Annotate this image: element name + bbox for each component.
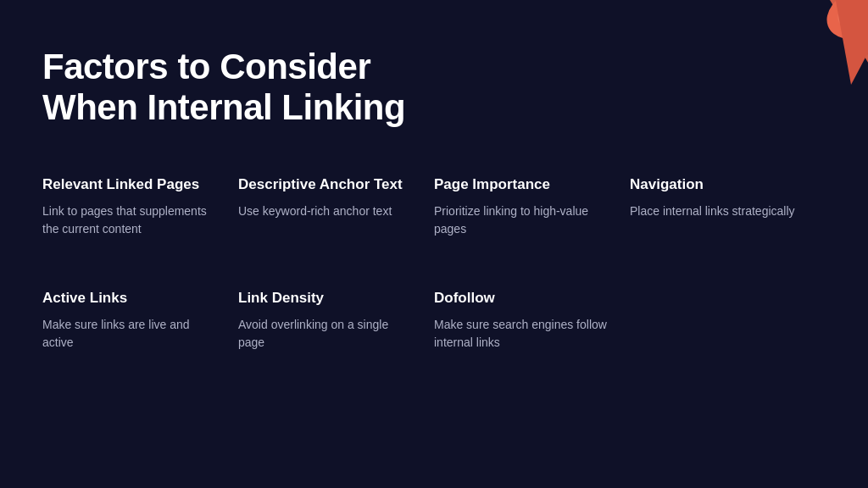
title-line1: Factors to Consider [42,47,370,86]
svg-marker-1 [830,0,868,76]
factor-title-navigation: Navigation [630,175,826,194]
factor-description-navigation: Place internal links strategically [630,202,826,220]
factor-description-relevant-linked-pages: Link to pages that supplements the curre… [42,202,221,238]
factors-row-1: Relevant Linked PagesLink to pages that … [42,163,826,251]
factors-layout: Relevant Linked PagesLink to pages that … [42,163,826,364]
page-container: Factors to Consider When Internal Linkin… [0,0,868,488]
factor-cell-navigation: NavigationPlace internal links strategic… [630,163,826,251]
factor-cell-dofollow: DofollowMake sure search engines follow … [434,276,630,364]
main-title: Factors to Consider When Internal Linkin… [42,47,826,129]
factor-title-descriptive-anchor-text: Descriptive Anchor Text [238,175,417,194]
factor-title-link-density: Link Density [238,289,417,308]
factor-description-page-importance: Prioritize linking to high-value pages [434,202,613,238]
factor-title-active-links: Active Links [42,289,221,308]
factor-title-page-importance: Page Importance [434,175,613,194]
factor-description-dofollow: Make sure search engines follow internal… [434,316,613,352]
factor-title-relevant-linked-pages: Relevant Linked Pages [42,175,221,194]
factor-cell-link-density: Link DensityAvoid overlinking on a singl… [238,276,434,364]
factor-description-link-density: Avoid overlinking on a single page [238,316,417,352]
factors-row-2: Active LinksMake sure links are live and… [42,276,826,364]
svg-point-3 [831,0,868,39]
factor-description-descriptive-anchor-text: Use keyword-rich anchor text [238,202,417,220]
factor-cell-active-links: Active LinksMake sure links are live and… [42,276,238,364]
factor-cell-descriptive-anchor-text: Descriptive Anchor TextUse keyword-rich … [238,163,434,251]
factor-cell-page-importance: Page ImportancePrioritize linking to hig… [434,163,630,251]
factor-cell-relevant-linked-pages: Relevant Linked PagesLink to pages that … [42,163,238,251]
factor-cell-empty [630,276,826,364]
svg-marker-4 [834,0,868,85]
svg-marker-2 [838,0,868,80]
factor-title-dofollow: Dofollow [434,289,613,308]
title-line2: When Internal Linking [42,87,405,127]
svg-point-0 [819,0,868,50]
factor-description-active-links: Make sure links are live and active [42,316,221,352]
title-section: Factors to Consider When Internal Linkin… [42,47,826,129]
